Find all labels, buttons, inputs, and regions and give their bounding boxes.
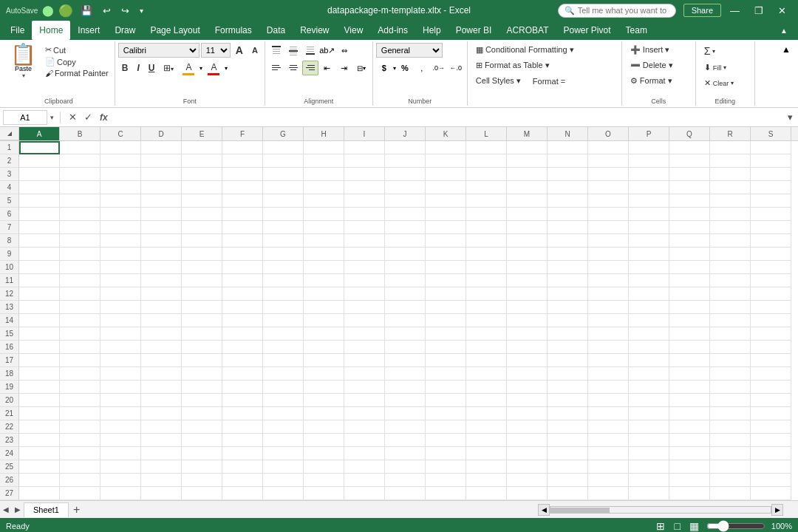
cell-B12[interactable] bbox=[60, 287, 100, 301]
cell-M2[interactable] bbox=[507, 154, 548, 168]
cell-Q24[interactable] bbox=[669, 447, 710, 460]
cell-S14[interactable] bbox=[751, 314, 791, 327]
cell-O14[interactable] bbox=[588, 314, 629, 327]
cell-N15[interactable] bbox=[548, 327, 588, 341]
cell-E25[interactable] bbox=[182, 460, 222, 474]
cell-S26[interactable] bbox=[751, 474, 791, 487]
font-color-button[interactable]: A bbox=[204, 61, 223, 75]
italic-button[interactable]: I bbox=[133, 61, 143, 75]
cell-G16[interactable] bbox=[263, 341, 304, 354]
cell-B6[interactable] bbox=[60, 208, 100, 221]
cell-O26[interactable] bbox=[588, 474, 629, 487]
cell-F13[interactable] bbox=[222, 301, 263, 314]
cell-M26[interactable] bbox=[507, 474, 548, 487]
cell-C11[interactable] bbox=[100, 274, 141, 287]
row-num-4[interactable]: 4 bbox=[0, 181, 19, 194]
cell-K12[interactable] bbox=[426, 287, 466, 301]
col-header-I[interactable]: I bbox=[344, 127, 385, 140]
cell-J13[interactable] bbox=[385, 301, 426, 314]
cell-C21[interactable] bbox=[100, 407, 141, 420]
cell-S13[interactable] bbox=[751, 301, 791, 314]
cell-Q13[interactable] bbox=[669, 301, 710, 314]
cell-Q25[interactable] bbox=[669, 460, 710, 474]
cell-B13[interactable] bbox=[60, 301, 100, 314]
cell-E12[interactable] bbox=[182, 287, 222, 301]
cell-B2[interactable] bbox=[60, 154, 100, 168]
name-box-dropdown[interactable]: ▾ bbox=[50, 114, 54, 121]
cell-Q3[interactable] bbox=[669, 168, 710, 181]
restore-button[interactable]: ❐ bbox=[748, 4, 769, 18]
cell-F27[interactable] bbox=[222, 487, 263, 500]
col-header-M[interactable]: M bbox=[507, 127, 548, 140]
zoom-slider[interactable] bbox=[706, 520, 765, 532]
cell-L25[interactable] bbox=[466, 460, 507, 474]
cell-G18[interactable] bbox=[263, 367, 304, 381]
col-header-A[interactable]: A bbox=[19, 127, 60, 140]
cell-R14[interactable] bbox=[710, 314, 751, 327]
cell-E16[interactable] bbox=[182, 341, 222, 354]
menu-acrobat[interactable]: ACROBAT bbox=[499, 21, 556, 40]
cell-P20[interactable] bbox=[629, 394, 669, 407]
cell-B4[interactable] bbox=[60, 181, 100, 194]
cell-J7[interactable] bbox=[385, 221, 426, 234]
increase-indent-button[interactable]: ⇥ bbox=[336, 61, 352, 75]
cell-F2[interactable] bbox=[222, 154, 263, 168]
cell-O23[interactable] bbox=[588, 434, 629, 447]
cell-B5[interactable] bbox=[60, 194, 100, 208]
cell-M15[interactable] bbox=[507, 327, 548, 341]
row-num-5[interactable]: 5 bbox=[0, 194, 19, 208]
cell-L8[interactable] bbox=[466, 234, 507, 248]
cell-P25[interactable] bbox=[629, 460, 669, 474]
cell-A19[interactable] bbox=[19, 381, 60, 394]
cell-G15[interactable] bbox=[263, 327, 304, 341]
row-num-19[interactable]: 19 bbox=[0, 381, 19, 394]
cell-M27[interactable] bbox=[507, 487, 548, 500]
cell-I1[interactable] bbox=[344, 141, 385, 154]
cell-K20[interactable] bbox=[426, 394, 466, 407]
tell-me-box[interactable]: 🔍 bbox=[558, 4, 676, 18]
collapse-ribbon-button[interactable]: ▲ bbox=[780, 43, 792, 56]
cell-O10[interactable] bbox=[588, 261, 629, 274]
cell-B25[interactable] bbox=[60, 460, 100, 474]
left-align-button[interactable] bbox=[268, 61, 284, 75]
cell-E20[interactable] bbox=[182, 394, 222, 407]
cell-C18[interactable] bbox=[100, 367, 141, 381]
cell-B19[interactable] bbox=[60, 381, 100, 394]
font-size-select[interactable]: 11 bbox=[201, 43, 231, 58]
row-num-20[interactable]: 20 bbox=[0, 394, 19, 407]
cell-A18[interactable] bbox=[19, 367, 60, 381]
col-header-H[interactable]: H bbox=[304, 127, 344, 140]
cell-H16[interactable] bbox=[304, 341, 344, 354]
cell-P17[interactable] bbox=[629, 354, 669, 367]
cell-F4[interactable] bbox=[222, 181, 263, 194]
row-num-16[interactable]: 16 bbox=[0, 341, 19, 354]
cell-F14[interactable] bbox=[222, 314, 263, 327]
fill-button[interactable]: ⬇ Fill ▾ bbox=[699, 61, 732, 75]
cell-I22[interactable] bbox=[344, 420, 385, 434]
cell-D10[interactable] bbox=[141, 261, 182, 274]
cell-R12[interactable] bbox=[710, 287, 751, 301]
cell-Q16[interactable] bbox=[669, 341, 710, 354]
cell-F7[interactable] bbox=[222, 221, 263, 234]
cell-B3[interactable] bbox=[60, 168, 100, 181]
cell-M20[interactable] bbox=[507, 394, 548, 407]
cell-F15[interactable] bbox=[222, 327, 263, 341]
cell-J4[interactable] bbox=[385, 181, 426, 194]
menu-insert[interactable]: Insert bbox=[70, 21, 107, 40]
cell-P8[interactable] bbox=[629, 234, 669, 248]
cell-M19[interactable] bbox=[507, 381, 548, 394]
col-header-P[interactable]: P bbox=[629, 127, 669, 140]
cell-P26[interactable] bbox=[629, 474, 669, 487]
cell-M16[interactable] bbox=[507, 341, 548, 354]
cell-C23[interactable] bbox=[100, 434, 141, 447]
cell-O4[interactable] bbox=[588, 181, 629, 194]
cell-O20[interactable] bbox=[588, 394, 629, 407]
cell-E4[interactable] bbox=[182, 181, 222, 194]
grid-container[interactable]: 1234567891011121314151617181920212223242… bbox=[0, 141, 798, 500]
cell-L12[interactable] bbox=[466, 287, 507, 301]
cell-M1[interactable] bbox=[507, 141, 548, 154]
cell-G10[interactable] bbox=[263, 261, 304, 274]
cell-B14[interactable] bbox=[60, 314, 100, 327]
horizontal-scrollbar[interactable]: ◀ ▶ bbox=[538, 504, 783, 516]
cell-J19[interactable] bbox=[385, 381, 426, 394]
